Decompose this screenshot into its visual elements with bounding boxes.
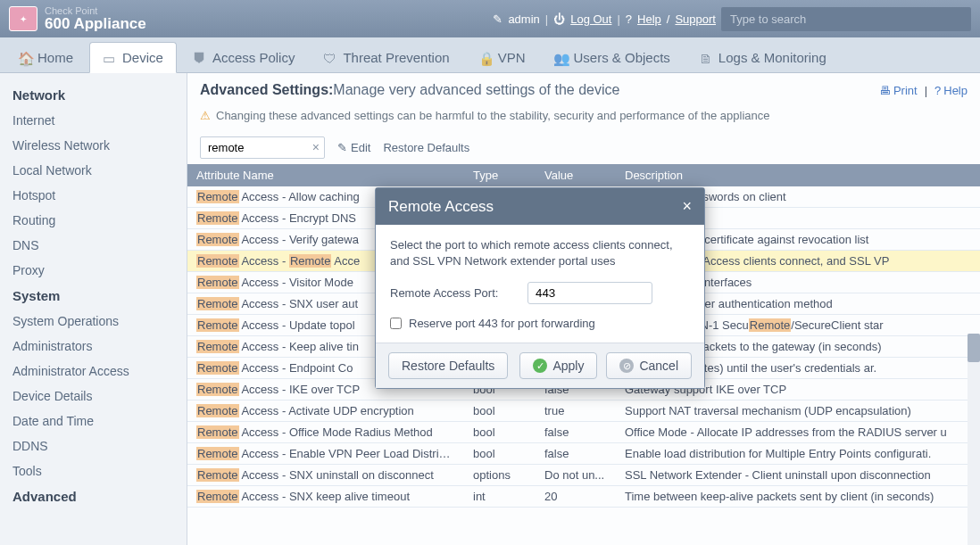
port-label: Remote Access Port:	[390, 286, 515, 300]
dialog-title: Remote Access	[388, 198, 494, 216]
cancel-button[interactable]: ⊘Cancel	[606, 352, 692, 379]
cancel-icon: ⊘	[619, 359, 634, 373]
close-icon[interactable]: ×	[682, 197, 692, 216]
modal-overlay: Remote Access × Select the port to which…	[0, 0, 980, 545]
remote-access-dialog: Remote Access × Select the port to which…	[375, 187, 705, 389]
reserve-port-label: Reserve port 443 for port forwarding	[409, 317, 595, 330]
dialog-restore-defaults-button[interactable]: Restore Defaults	[388, 352, 508, 379]
apply-button[interactable]: ✓Apply	[519, 352, 597, 379]
dialog-description: Select the port to which remote access c…	[390, 237, 690, 269]
check-icon: ✓	[533, 359, 547, 373]
remote-access-port-input[interactable]	[527, 282, 652, 304]
reserve-port-checkbox[interactable]	[390, 318, 402, 329]
